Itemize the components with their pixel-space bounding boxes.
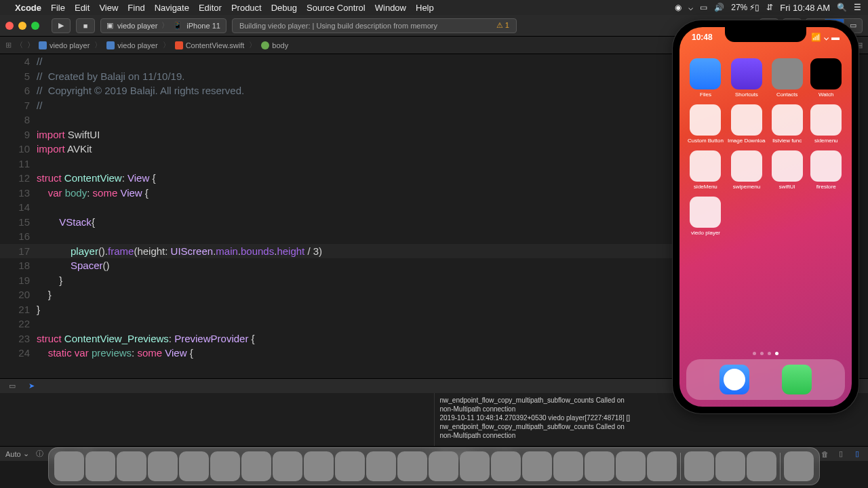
dock-maps-icon[interactable] <box>335 451 365 481</box>
page-indicator[interactable] <box>753 352 778 355</box>
app-menu[interactable]: Xcode <box>15 3 41 13</box>
screen-share-icon[interactable]: ▭ <box>700 3 707 12</box>
code-line[interactable]: 22 <box>0 317 780 331</box>
right-pane-icon[interactable]: ▯ <box>852 449 863 458</box>
dock-calendar-icon[interactable] <box>241 451 271 481</box>
breadcrumb[interactable]: viedo player 〉 viedo player 〉 ContentVie… <box>39 40 288 50</box>
dock-finder-icon[interactable] <box>54 451 84 481</box>
menu-item-view[interactable]: View <box>99 3 118 13</box>
menu-item-find[interactable]: Find <box>127 3 144 13</box>
dock-music-icon[interactable] <box>460 451 490 481</box>
wifi-icon[interactable]: ⌵ <box>688 3 693 12</box>
trash-icon[interactable]: 🗑 <box>819 450 830 458</box>
code-line[interactable]: 16 <box>0 229 780 244</box>
dock-siri-icon[interactable] <box>85 451 115 481</box>
menu-item-navigate[interactable]: Navigate <box>155 3 189 13</box>
sim-app-contacts[interactable]: Contacts <box>770 58 805 98</box>
code-line[interactable]: 15 VStack{ <box>0 215 780 230</box>
dock-preview-icon[interactable] <box>747 451 776 481</box>
sim-app-files[interactable]: Files <box>688 58 724 98</box>
control-icon[interactable]: ⇵ <box>766 3 773 12</box>
sim-app-listview-func[interactable]: listview func <box>770 104 805 144</box>
dock-trash-icon[interactable] <box>784 451 814 481</box>
sim-app-shortcuts[interactable]: Shortcuts <box>728 58 766 98</box>
sim-app-swiftui[interactable]: swiftUI <box>770 150 805 190</box>
code-line[interactable]: 24 static var previews: some View { <box>0 346 780 361</box>
zoom-window-button[interactable] <box>31 22 39 30</box>
warnings-indicator[interactable]: ⚠ 1 <box>496 21 509 30</box>
code-line[interactable]: 9import SwiftUI <box>0 127 780 142</box>
menu-item-editor[interactable]: Editor <box>199 3 222 13</box>
back-button[interactable]: 〈 <box>16 40 23 50</box>
sim-app-swipemenu[interactable]: swipemenu <box>728 150 766 190</box>
menu-item-file[interactable]: File <box>51 3 65 13</box>
dock-notes-icon[interactable] <box>210 451 240 481</box>
dock-chrome-icon[interactable] <box>491 451 521 481</box>
scheme-selector[interactable]: ▣ viedo player 〉 📱 iPhone 11 <box>100 18 226 33</box>
code-line[interactable]: 20 } <box>0 287 780 302</box>
code-line[interactable]: 10import AVKit <box>0 142 780 157</box>
code-line[interactable]: 4// <box>0 54 780 69</box>
dock-safari-icon[interactable] <box>148 451 178 481</box>
menu-item-source-control[interactable]: Source Control <box>307 3 366 13</box>
dock-reminders-icon[interactable] <box>304 451 334 481</box>
record-icon[interactable]: ◉ <box>675 3 682 12</box>
sim-app-watch[interactable]: Watch <box>808 58 844 98</box>
code-line[interactable]: 17 player().frame(height: UIScreen.main.… <box>0 244 780 259</box>
left-pane-icon[interactable]: ▯ <box>835 449 846 458</box>
dock-imovie-icon[interactable] <box>585 451 614 481</box>
sim-app-viedo-player[interactable]: viedo player <box>688 197 724 236</box>
toggle-debug-icon[interactable]: ▭ <box>5 382 19 390</box>
dock-appstore-icon[interactable] <box>522 451 552 481</box>
dock-settings-icon[interactable] <box>647 451 677 481</box>
code-line[interactable]: 23struct ContentView_Previews: PreviewPr… <box>0 331 780 346</box>
code-line[interactable]: 8 <box>0 113 780 127</box>
related-items-icon[interactable]: ⊞ <box>5 41 12 49</box>
minimize-window-button[interactable] <box>18 22 26 30</box>
notification-center-icon[interactable]: ☰ <box>854 3 861 12</box>
sim-app-firestore[interactable]: firestore <box>808 150 844 190</box>
code-line[interactable]: 13 var body: some View { <box>0 186 780 201</box>
dock-contacts-icon[interactable] <box>179 451 209 481</box>
sim-app-custom-button[interactable]: Custom Button <box>688 104 724 144</box>
dock-launchpad-icon[interactable] <box>117 451 146 481</box>
sim-app-sidemenu[interactable]: sidemenu <box>808 104 844 144</box>
spotlight-icon[interactable]: 🔍 <box>837 3 847 12</box>
code-line[interactable]: 7// <box>0 98 780 113</box>
code-line[interactable]: 5// Created by Balaji on 11/10/19. <box>0 69 780 84</box>
menubar-clock[interactable]: Fri 10:48 AM <box>780 3 830 13</box>
simulator-screen[interactable]: 10:48 📶⌵▬ FilesShortcutsContactsWatchCus… <box>679 27 852 407</box>
source-editor[interactable]: 4//5// Created by Balaji on 11/10/19.6//… <box>0 54 780 378</box>
menu-item-edit[interactable]: Edit <box>75 3 90 13</box>
dock-facetime-icon[interactable] <box>429 451 458 481</box>
sim-app-image-download[interactable]: Image Download <box>728 104 766 144</box>
dock-messages-icon[interactable] <box>397 451 427 481</box>
menu-item-window[interactable]: Window <box>375 3 406 13</box>
dock-vscode-icon[interactable] <box>616 451 646 481</box>
safari-app-icon[interactable] <box>719 365 749 394</box>
code-line[interactable]: 14 <box>0 200 780 215</box>
code-line[interactable]: 18 Spacer() <box>0 258 780 273</box>
code-line[interactable]: 6// Copyright © 2019 Balaji. All rights … <box>0 83 780 98</box>
sim-app-sidemenu[interactable]: sideMenu <box>688 150 724 190</box>
dock-photos-icon[interactable] <box>366 451 396 481</box>
code-line[interactable]: 19 } <box>0 273 780 288</box>
code-line[interactable]: 11 <box>0 157 780 171</box>
code-line[interactable]: 12struct ContentView: View { <box>0 171 780 186</box>
messages-app-icon[interactable] <box>782 365 812 394</box>
forward-button[interactable]: 〉 <box>27 40 35 50</box>
dock-terminal-icon[interactable] <box>684 451 714 481</box>
menu-item-product[interactable]: Product <box>231 3 262 13</box>
stop-button[interactable]: ■ <box>76 18 95 33</box>
breakpoint-icon[interactable]: ➤ <box>24 382 38 390</box>
auto-selector[interactable]: Auto ⌄ <box>5 449 29 458</box>
variables-view[interactable] <box>0 393 435 446</box>
run-button[interactable]: ▶ <box>52 18 71 33</box>
dock-xcode-icon[interactable] <box>553 451 583 481</box>
code-line[interactable]: 21} <box>0 302 780 317</box>
dock-textedit-icon[interactable] <box>715 451 745 481</box>
dock-notes2-icon[interactable] <box>273 451 302 481</box>
menu-item-debug[interactable]: Debug <box>271 3 297 13</box>
info-icon[interactable]: ⓘ <box>35 449 45 459</box>
close-window-button[interactable] <box>5 22 14 30</box>
